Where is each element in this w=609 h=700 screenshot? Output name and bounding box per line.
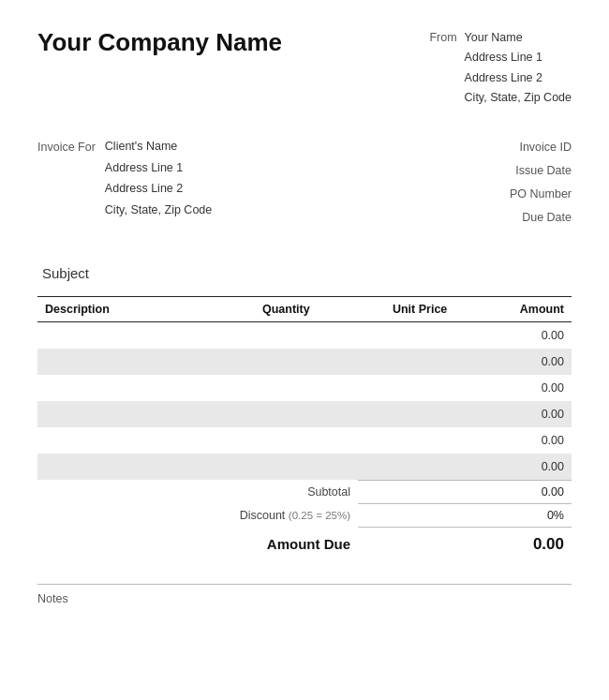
client-address1: Address Line 1	[105, 157, 212, 179]
invoice-for-label: Invoice For	[37, 136, 96, 230]
invoice-for-block: Invoice For Client's Name Address Line 1…	[37, 136, 212, 230]
subject-label: Subject	[42, 265, 89, 281]
client-address2: Address Line 2	[105, 178, 212, 200]
subtotal-label: Subtotal	[37, 481, 358, 504]
row-amount: 0.00	[454, 427, 572, 454]
row-quantity	[194, 375, 318, 401]
subtotal-row: Subtotal 0.00	[37, 481, 572, 504]
discount-row: Discount (0.25 = 25%) 0%	[37, 504, 572, 528]
row-description	[37, 375, 194, 401]
row-quantity	[194, 401, 318, 427]
invoice-meta: Invoice For Client's Name Address Line 1…	[37, 136, 572, 230]
notes-section: Notes	[37, 584, 572, 605]
row-quantity	[194, 427, 318, 454]
table-row: 0.00	[37, 401, 572, 427]
amount-due-row: Amount Due 0.00	[37, 528, 572, 559]
header: Your Company Name From Your Name Address…	[37, 28, 572, 108]
table-body: 0.00 0.00 0.00 0.00 0.00 0.00	[37, 322, 572, 481]
col-description: Description	[37, 297, 194, 322]
from-name: Your Name	[465, 28, 572, 48]
table-row: 0.00	[37, 427, 572, 454]
po-number-label: PO Number	[510, 183, 572, 206]
from-address1: Address Line 1	[465, 48, 572, 67]
discount-label: Discount (0.25 = 25%)	[37, 504, 358, 528]
issue-date-label: Issue Date	[510, 159, 572, 183]
row-amount: 0.00	[454, 454, 572, 480]
row-unit-price	[318, 454, 455, 480]
row-unit-price	[318, 401, 455, 427]
row-description	[37, 454, 194, 480]
company-name: Your Company Name	[37, 28, 282, 57]
row-amount: 0.00	[454, 375, 572, 401]
col-quantity: Quantity	[194, 297, 318, 322]
row-unit-price	[318, 427, 455, 454]
row-unit-price	[318, 322, 455, 350]
from-lines: Your Name Address Line 1 Address Line 2 …	[465, 28, 572, 108]
invoice-table: Description Quantity Unit Price Amount 0…	[37, 296, 572, 480]
notes-label: Notes	[37, 592, 68, 605]
row-unit-price	[318, 375, 455, 401]
client-name: Client's Name	[105, 136, 212, 157]
discount-note: (0.25 = 25%)	[289, 510, 350, 521]
invoice-details-block: Invoice ID Issue Date PO Number Due Date	[510, 136, 572, 230]
row-amount: 0.00	[454, 322, 572, 350]
amount-due-value: 0.00	[358, 528, 572, 559]
from-label: From	[429, 28, 456, 48]
row-quantity	[194, 322, 318, 350]
row-unit-price	[318, 349, 455, 375]
client-city: City, State, Zip Code	[105, 200, 212, 221]
row-description	[37, 427, 194, 454]
amount-due-label: Amount Due	[37, 528, 358, 559]
table-row: 0.00	[37, 454, 572, 480]
subject-section: Subject	[37, 265, 572, 281]
table-header: Description Quantity Unit Price Amount	[37, 297, 572, 322]
row-amount: 0.00	[454, 349, 572, 375]
table-row: 0.00	[37, 349, 572, 375]
totals-table: Subtotal 0.00 Discount (0.25 = 25%) 0% A…	[37, 480, 572, 558]
col-amount: Amount	[454, 297, 572, 322]
subtotal-value: 0.00	[358, 481, 572, 504]
from-city: City, State, Zip Code	[465, 88, 572, 108]
invoice-id-label: Invoice ID	[510, 136, 572, 159]
row-quantity	[194, 454, 318, 480]
row-description	[37, 349, 194, 375]
from-address2: Address Line 2	[465, 68, 572, 88]
discount-value: 0%	[358, 504, 572, 528]
row-description	[37, 401, 194, 427]
due-date-label: Due Date	[510, 206, 572, 230]
from-block: From Your Name Address Line 1 Address Li…	[429, 28, 572, 108]
table-row: 0.00	[37, 375, 572, 401]
invoice-for-lines: Client's Name Address Line 1 Address Lin…	[105, 136, 212, 230]
col-unit-price: Unit Price	[318, 297, 455, 322]
row-amount: 0.00	[454, 401, 572, 427]
table-row: 0.00	[37, 322, 572, 350]
row-description	[37, 322, 194, 350]
row-quantity	[194, 349, 318, 375]
